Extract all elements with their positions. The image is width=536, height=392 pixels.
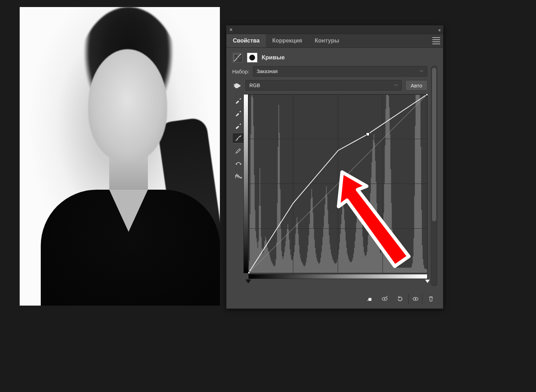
pencil-icon[interactable]: [232, 145, 245, 156]
panel-scrollbar[interactable]: [431, 66, 437, 286]
view-previous-icon[interactable]: [378, 294, 392, 304]
black-point-slider[interactable]: [246, 280, 251, 283]
svg-rect-19: [368, 298, 371, 301]
close-icon[interactable]: ×: [229, 27, 233, 33]
svg-point-2: [249, 55, 255, 60]
white-point-slider[interactable]: [425, 280, 430, 283]
panel-menu-icon[interactable]: [432, 37, 440, 44]
svg-rect-16: [248, 272, 250, 273]
chevron-down-icon: ﹀: [420, 69, 424, 74]
visibility-icon[interactable]: [408, 294, 423, 304]
tab-paths[interactable]: Контуры: [308, 34, 346, 47]
histogram-warning-icon[interactable]: [232, 171, 245, 181]
svg-point-23: [415, 298, 416, 300]
curves-canvas[interactable]: [248, 94, 427, 273]
svg-point-3: [236, 115, 237, 116]
adjustment-header: Кривые: [227, 48, 443, 66]
eyedropper-black-icon[interactable]: [232, 95, 245, 105]
curves-adjustment-icon: [232, 53, 243, 63]
tab-bar: Свойства Коррекция Контуры: [227, 34, 443, 48]
trash-icon[interactable]: [424, 294, 438, 304]
preset-select[interactable]: Заказная ﹀: [253, 66, 427, 77]
collapse-icon[interactable]: ‹‹: [438, 27, 440, 33]
layer-mask-icon[interactable]: [247, 53, 257, 63]
document-canvas[interactable]: [20, 7, 220, 306]
svg-point-4: [236, 127, 237, 128]
smooth-icon[interactable]: [232, 158, 245, 169]
preset-row: Набор: Заказная ﹀: [232, 66, 427, 77]
channel-value: RGB: [249, 83, 260, 88]
auto-button[interactable]: Авто: [405, 80, 427, 91]
eyedropper-white-icon[interactable]: [232, 120, 245, 131]
targeted-adjust-icon[interactable]: [232, 80, 242, 90]
svg-point-5: [237, 139, 238, 140]
reset-icon[interactable]: [393, 294, 407, 304]
properties-panel: × ‹‹ Свойства Коррекция Контуры Кривые Н…: [226, 25, 443, 309]
adjustment-title: Кривые: [262, 54, 285, 61]
svg-rect-18: [426, 94, 427, 96]
channel-select[interactable]: RGB ﹀: [246, 80, 402, 91]
preset-value: Заказная: [257, 68, 278, 74]
scrollbar-thumb[interactable]: [432, 68, 436, 221]
clip-to-layer-icon[interactable]: [362, 294, 376, 304]
preset-label: Набор:: [232, 68, 249, 74]
svg-point-6: [240, 136, 241, 137]
tab-properties[interactable]: Свойства: [227, 34, 266, 47]
tab-adjustments[interactable]: Коррекция: [266, 34, 308, 47]
channel-row: RGB ﹀ Авто: [232, 80, 427, 91]
panel-footer: [227, 290, 443, 308]
svg-rect-17: [366, 133, 370, 136]
svg-point-21: [384, 298, 385, 300]
input-gradient: [248, 274, 427, 279]
panel-titlebar[interactable]: × ‹‹: [227, 26, 443, 34]
curve-point-icon[interactable]: [232, 133, 245, 143]
eyedropper-gray-icon[interactable]: [232, 107, 245, 118]
curves-graph[interactable]: [248, 94, 427, 273]
chevron-down-icon: ﹀: [394, 83, 398, 88]
photo-region: [88, 49, 167, 162]
output-gradient: [243, 94, 248, 273]
